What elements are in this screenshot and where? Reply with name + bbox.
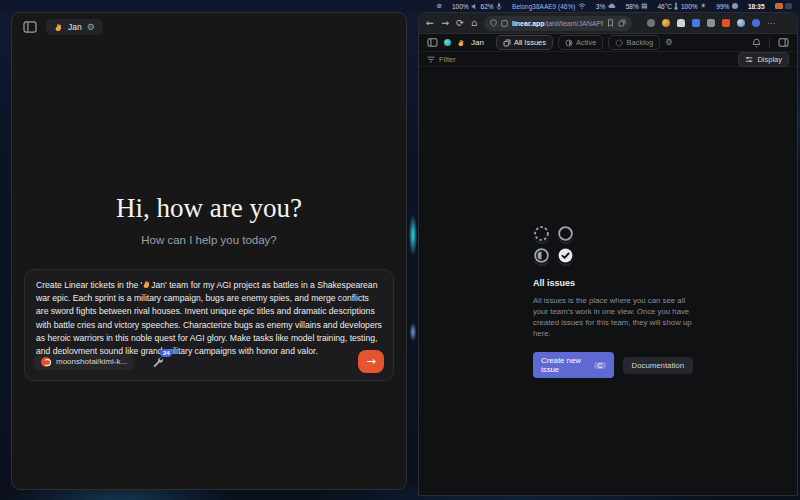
linear-team-label: Jan	[471, 38, 484, 47]
greeting-subtitle: How can I help you today?	[12, 234, 406, 246]
forward-button[interactable]: →	[441, 18, 449, 28]
reload-button[interactable]: ⟳	[456, 18, 464, 28]
model-name: moonshotai/kimi-k...	[56, 357, 127, 366]
linear-header: Jan All Issues Active Backlog ⚙	[419, 34, 797, 52]
extension-icon-globe[interactable]	[737, 19, 745, 27]
team-selector-pill[interactable]: Jan ⚙	[46, 19, 103, 35]
prompt-composer[interactable]: Create Linear tickets in the 'Jan' team …	[24, 269, 394, 381]
memory-status: 58% ▤	[626, 2, 648, 10]
moonshot-logo-icon	[41, 357, 51, 367]
team-label: Jan	[68, 22, 82, 32]
issues-stack-icon	[503, 39, 511, 47]
status-done-icon	[557, 247, 574, 264]
extension-icon-sphere[interactable]	[662, 19, 670, 27]
backlog-circle-icon	[615, 39, 623, 47]
cloud-status: 3%	[596, 3, 616, 10]
bookmark-icon[interactable]	[607, 19, 614, 27]
speaker-icon	[471, 3, 478, 10]
clock: 18:35	[748, 3, 765, 10]
filter-icon	[427, 56, 435, 63]
all-issues-empty-state: All issues All issues is the place where…	[533, 225, 693, 378]
back-button[interactable]: ←	[426, 18, 434, 28]
tab-active[interactable]: Active	[558, 35, 603, 50]
tools-button[interactable]: 24	[151, 355, 165, 369]
divider	[769, 38, 770, 48]
tray-mail-icon[interactable]	[775, 3, 783, 9]
extension-icon-assistant[interactable]	[752, 19, 760, 27]
system-status-bar: ⊘ 100% 62% Belong38AAE9 (46%) 3% 58% ▤ 4…	[0, 0, 800, 12]
greeting: Hi, how are you? How can I help you toda…	[12, 193, 406, 246]
jan-titlebar: Jan ⚙	[12, 13, 406, 41]
extension-icon-incognito[interactable]	[647, 19, 655, 27]
empty-state-actions: Create new issue C Documentation	[533, 352, 693, 378]
arrow-right-icon: →	[366, 355, 375, 368]
audio-status: 100% 62%	[452, 3, 502, 10]
fan-status: 99%	[716, 3, 738, 10]
send-button[interactable]: →	[358, 350, 384, 373]
status-icons-grid	[533, 225, 693, 264]
prompt-text[interactable]: Create Linear tickets in the 'Jan' team …	[36, 279, 382, 358]
greeting-title: Hi, how are you?	[12, 193, 406, 224]
tab-backlog[interactable]: Backlog	[608, 35, 660, 50]
thermometer-icon	[674, 2, 678, 10]
documentation-button[interactable]: Documentation	[623, 357, 693, 374]
gear-icon[interactable]: ⚙	[87, 23, 95, 32]
extensions-row: ⋯	[647, 19, 775, 28]
site-security-icon[interactable]	[490, 19, 497, 27]
extension-icon-cloud[interactable]	[677, 19, 685, 27]
desktop: ⊘ 100% 62% Belong38AAE9 (46%) 3% 58% ▤ 4…	[0, 0, 800, 500]
filter-bar: Filter Display	[419, 52, 797, 67]
filter-button[interactable]: Filter	[427, 55, 456, 64]
notifications-bell-icon[interactable]	[752, 38, 761, 48]
linear-header-right	[752, 38, 789, 48]
jan-app-window: Jan ⚙ Hi, how are you? How can I help yo…	[11, 12, 407, 490]
composer-toolbar: moonshotai/kimi-k... 24 →	[34, 350, 384, 373]
display-button[interactable]: Display	[738, 52, 789, 67]
memory-icon: ▤	[641, 2, 647, 10]
linear-main: All issues All issues is the place where…	[419, 67, 797, 495]
status-in-progress-icon	[533, 247, 550, 264]
mic-icon	[496, 3, 502, 10]
fan-icon	[732, 3, 738, 9]
extension-icon-red[interactable]	[722, 19, 730, 27]
tab-all-issues[interactable]: All Issues	[496, 35, 553, 50]
wifi-status: Belong38AAE9 (46%)	[512, 3, 586, 10]
empty-state-title: All issues	[533, 278, 693, 288]
in-progress-icon	[565, 39, 573, 47]
view-tabs: All Issues Active Backlog ⚙	[496, 35, 673, 50]
wave-emoji-icon	[457, 39, 465, 47]
home-button[interactable]: ⌂	[471, 18, 477, 28]
tray-menu-icon[interactable]	[785, 3, 792, 9]
status-backlog-icon	[533, 225, 550, 242]
cloud-icon	[608, 3, 616, 9]
view-settings-icon[interactable]: ⚙	[665, 38, 673, 47]
display-sliders-icon	[745, 56, 753, 63]
url-text[interactable]: linear.app/janii/team/JANAPP/all	[512, 20, 603, 27]
extension-icon-blue-chip[interactable]	[692, 19, 700, 27]
wifi-icon	[578, 3, 586, 9]
extensions-overflow-icon[interactable]: ⋯	[767, 19, 775, 28]
tools-count-badge: 24	[160, 349, 172, 357]
copy-url-icon[interactable]	[618, 19, 626, 27]
model-selector[interactable]: moonshotai/kimi-k...	[34, 354, 134, 370]
sidebar-toggle-icon[interactable]	[23, 21, 37, 33]
wave-emoji-icon	[54, 23, 63, 32]
browser-window: ← → ⟳ ⌂ linear.app/janii/team/JANAPP/all	[418, 12, 798, 496]
do-not-disturb-icon: ⊘	[437, 2, 442, 10]
extension-icon-gray[interactable]	[707, 19, 715, 27]
linear-sidebar-toggle-icon[interactable]	[427, 38, 438, 47]
tray-icons[interactable]	[775, 3, 793, 9]
brightness-icon: ☀	[700, 2, 706, 10]
workspace-avatar[interactable]	[444, 39, 451, 46]
site-settings-icon[interactable]	[501, 20, 508, 27]
status-todo-icon	[557, 225, 574, 242]
temp-status: 46°C 100% ☀	[657, 2, 706, 10]
create-new-issue-button[interactable]: Create new issue C	[533, 352, 614, 378]
empty-state-description: All issues is the place where you can se…	[533, 295, 693, 339]
jan-main: Hi, how are you? How can I help you toda…	[12, 41, 406, 489]
right-panel-icon[interactable]	[778, 38, 789, 47]
shortcut-badge: C	[594, 362, 605, 369]
browser-toolbar: ← → ⟳ ⌂ linear.app/janii/team/JANAPP/all	[419, 13, 797, 34]
address-bar[interactable]: linear.app/janii/team/JANAPP/all	[484, 16, 632, 31]
wave-emoji-icon	[142, 280, 151, 289]
